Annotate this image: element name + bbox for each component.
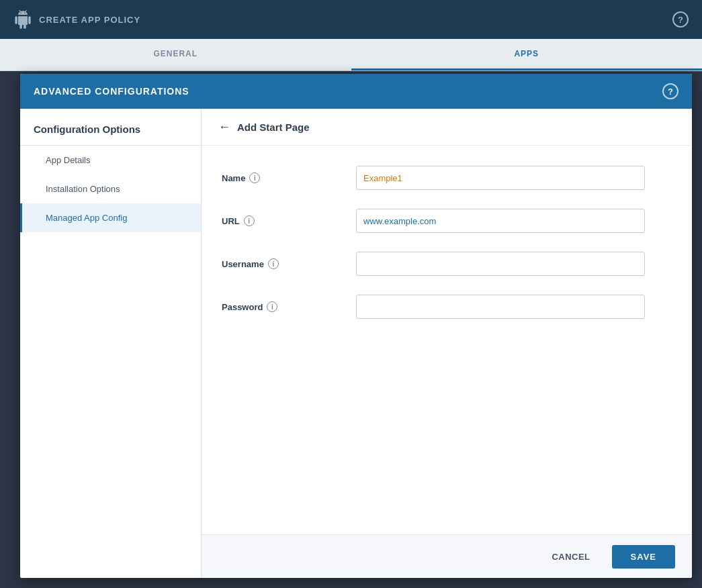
content-area: ← Add Start Page Name i xyxy=(202,109,692,578)
top-bar-help-icon[interactable]: ? xyxy=(672,11,689,28)
form-row-username: Username i xyxy=(222,252,672,276)
form-row-password: Password i xyxy=(222,295,672,319)
sidebar-section-title: Configuration Options xyxy=(20,109,201,146)
input-name[interactable] xyxy=(356,166,645,190)
info-icon-name[interactable]: i xyxy=(249,173,260,183)
tab-bar: GENERAL APPS xyxy=(0,39,702,71)
label-url: URL i xyxy=(222,215,356,226)
android-icon xyxy=(13,10,32,29)
save-button[interactable]: SAVE xyxy=(612,545,675,569)
input-username[interactable] xyxy=(356,252,645,276)
top-bar-title: CREATE APP POLICY xyxy=(39,15,140,25)
label-password: Password i xyxy=(222,301,356,312)
form-area: Name i URL i xyxy=(202,146,692,358)
modal-footer: CANCEL SAVE xyxy=(202,534,692,578)
label-name: Name i xyxy=(222,173,356,183)
modal-body: Configuration Options App Details Instal… xyxy=(20,109,692,578)
input-password[interactable] xyxy=(356,295,645,319)
sidebar-item-app-details[interactable]: App Details xyxy=(20,146,201,175)
tab-general[interactable]: GENERAL xyxy=(0,39,351,70)
sidebar-item-installation-options[interactable]: Installation Options xyxy=(20,175,201,203)
back-title: Add Start Page xyxy=(237,121,310,133)
top-bar: CREATE APP POLICY ? xyxy=(0,0,702,39)
sidebar-item-managed-app-config[interactable]: Managed App Config xyxy=(20,203,201,232)
label-username: Username i xyxy=(222,258,356,269)
modal-advanced-configurations: ADVANCED CONFIGURATIONS ? Configuration … xyxy=(20,74,692,578)
tab-apps[interactable]: APPS xyxy=(351,39,703,70)
content-inner: ← Add Start Page Name i xyxy=(202,109,692,534)
back-arrow-icon[interactable]: ← xyxy=(218,121,230,133)
info-icon-username[interactable]: i xyxy=(268,258,279,269)
info-icon-url[interactable]: i xyxy=(244,215,255,226)
modal-help-icon[interactable]: ? xyxy=(662,83,678,99)
input-url[interactable] xyxy=(356,209,645,233)
info-icon-password[interactable]: i xyxy=(267,301,277,312)
top-bar-left: CREATE APP POLICY xyxy=(13,10,140,29)
sidebar: Configuration Options App Details Instal… xyxy=(20,109,202,578)
cancel-button[interactable]: CANCEL xyxy=(538,545,603,569)
back-header: ← Add Start Page xyxy=(202,109,692,146)
modal-title: ADVANCED CONFIGURATIONS xyxy=(34,86,189,97)
form-row-url: URL i xyxy=(222,209,672,233)
modal-header: ADVANCED CONFIGURATIONS ? xyxy=(20,74,692,109)
form-row-name: Name i xyxy=(222,166,672,190)
